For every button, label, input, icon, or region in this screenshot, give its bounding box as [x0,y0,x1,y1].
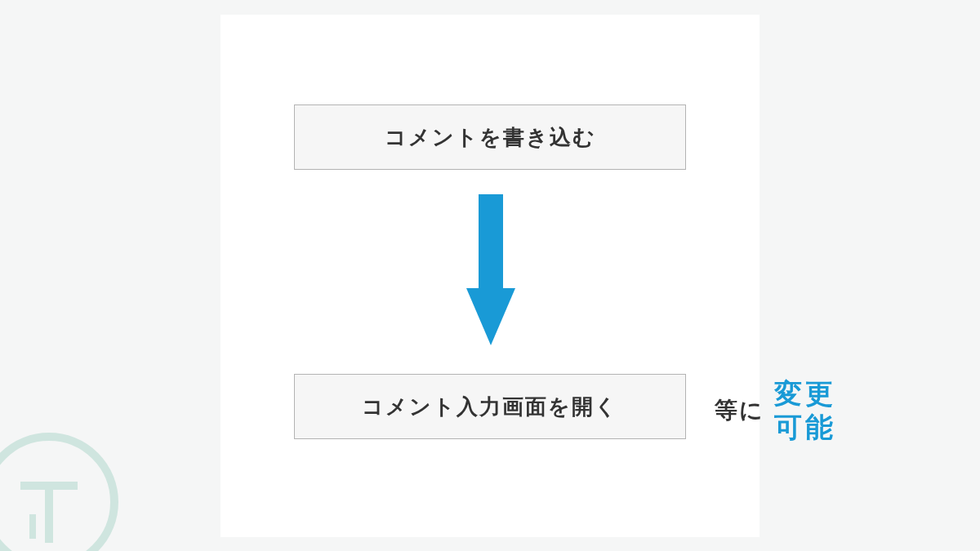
logo-icon [0,429,122,551]
side-caption-line1: 変更 [774,377,836,411]
side-caption-line2: 可能 [774,411,836,444]
svg-marker-1 [466,288,515,345]
target-box: コメント入力画面を開く [294,374,686,439]
svg-rect-0 [479,194,503,292]
side-caption-prefix: 等に [715,395,764,426]
source-box: コメントを書き込む [294,104,686,170]
down-arrow-icon [466,194,515,349]
target-box-label: コメント入力画面を開く [362,393,618,421]
side-caption-highlight: 変更 可能 [774,377,836,444]
side-caption: 等に 変更 可能 [715,377,836,444]
source-box-label: コメントを書き込む [385,123,596,152]
svg-point-2 [0,437,114,551]
